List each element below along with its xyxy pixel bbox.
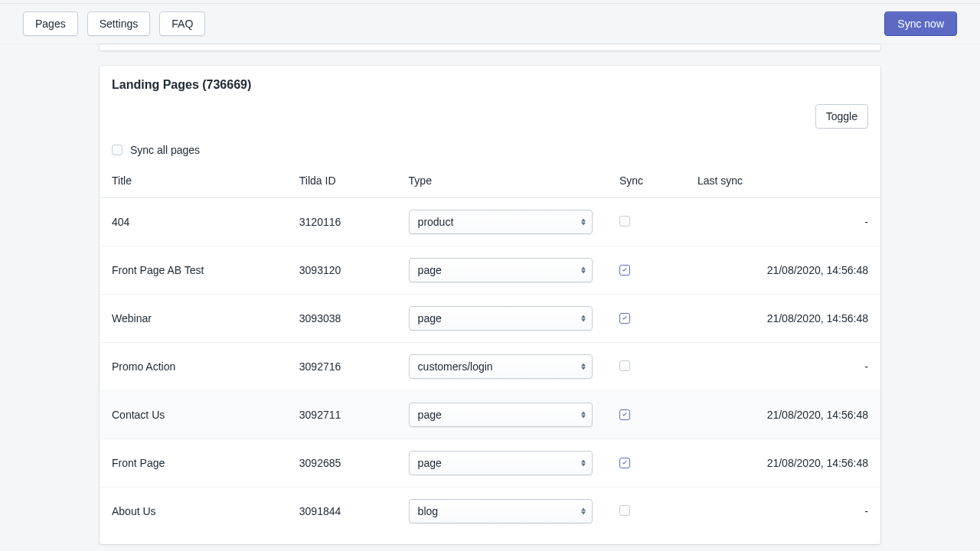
tab-settings[interactable]: Settings [87, 11, 151, 36]
th-type: Type [397, 167, 607, 198]
type-select[interactable]: page [409, 403, 593, 427]
landing-toggle-button[interactable]: Toggle [815, 104, 868, 129]
type-select[interactable]: customers/login [409, 354, 593, 379]
cell-title: Front Page [100, 439, 287, 487]
th-last-sync: Last sync [685, 167, 880, 198]
cell-type: page [397, 295, 607, 343]
previous-card-bottom [100, 44, 880, 51]
nav-tabs: Pages Settings FAQ [23, 11, 205, 36]
content: Landing Pages (736669) Toggle Sync all p… [0, 44, 980, 551]
sync-checkbox[interactable] [619, 313, 630, 324]
sync-now-button[interactable]: Sync now [884, 11, 957, 36]
th-sync: Sync [607, 167, 685, 198]
table-row: Contact Us3092711page21/08/2020, 14:56:4… [100, 391, 880, 439]
cell-sync [607, 246, 685, 295]
landing-pages-table: Title Tilda ID Type Sync Last sync 40431… [100, 167, 880, 535]
cell-last-sync: 21/08/2020, 14:56:48 [685, 439, 880, 487]
cell-sync [607, 343, 685, 391]
table-row: Webinar3093038page21/08/2020, 14:56:48 [100, 295, 880, 343]
type-select[interactable]: blog [409, 499, 593, 523]
cell-type: blog [397, 487, 607, 536]
cell-type: customers/login [397, 343, 607, 391]
topbar: Pages Settings FAQ Sync now [0, 3, 980, 44]
cell-last-sync: - [685, 343, 880, 391]
cell-sync [607, 391, 685, 439]
table-row: Front Page3092685page21/08/2020, 14:56:4… [100, 439, 880, 487]
th-title: Title [100, 167, 287, 198]
sync-all-label: Sync all pages [130, 144, 200, 156]
type-select[interactable]: page [409, 306, 593, 331]
landing-pages-title: Landing Pages (736669) [100, 66, 880, 98]
sync-checkbox[interactable] [619, 458, 630, 468]
cell-title: About Us [100, 487, 287, 536]
cell-last-sync: 21/08/2020, 14:56:48 [685, 391, 880, 439]
cell-sync [607, 198, 685, 246]
sync-checkbox[interactable] [619, 505, 630, 516]
landing-pages-card: Landing Pages (736669) Toggle Sync all p… [100, 66, 880, 544]
type-select[interactable]: product [409, 210, 593, 234]
cell-type: page [397, 391, 607, 439]
cell-sync [607, 487, 685, 536]
table-row: 4043120116product- [100, 198, 880, 246]
cell-last-sync: 21/08/2020, 14:56:48 [685, 295, 880, 343]
cell-sync [607, 439, 685, 487]
tab-faq[interactable]: FAQ [159, 11, 205, 36]
cell-title: Webinar [100, 295, 287, 343]
cell-tilda-id: 3092716 [287, 343, 397, 391]
cell-last-sync: - [685, 198, 880, 246]
th-tilda-id: Tilda ID [287, 167, 397, 198]
table-row: About Us3091844blog- [100, 487, 880, 536]
landing-toggle-row: Toggle [100, 98, 880, 144]
cell-last-sync: - [685, 487, 880, 536]
type-select[interactable]: page [409, 258, 593, 282]
cell-title: 404 [100, 198, 287, 246]
cell-title: Promo Action [100, 343, 287, 391]
cell-sync [607, 295, 685, 343]
cell-title: Front Page AB Test [100, 246, 287, 295]
sync-checkbox[interactable] [619, 409, 630, 420]
cell-type: page [397, 246, 607, 295]
tab-pages[interactable]: Pages [23, 11, 78, 36]
cell-tilda-id: 3120116 [287, 198, 397, 246]
sync-checkbox[interactable] [619, 216, 630, 227]
sync-checkbox[interactable] [619, 265, 630, 276]
sync-all-checkbox[interactable] [112, 145, 122, 155]
sync-checkbox[interactable] [619, 360, 630, 371]
cell-tilda-id: 3092711 [287, 391, 397, 439]
cell-tilda-id: 3093038 [287, 295, 397, 343]
cell-tilda-id: 3092685 [287, 439, 397, 487]
sync-all-row: Sync all pages [100, 144, 880, 167]
cell-type: page [397, 439, 607, 487]
cell-tilda-id: 3091844 [287, 487, 397, 536]
cell-tilda-id: 3093120 [287, 246, 397, 295]
cell-last-sync: 21/08/2020, 14:56:48 [685, 246, 880, 295]
cell-type: product [397, 198, 607, 246]
table-row: Front Page AB Test3093120page21/08/2020,… [100, 246, 880, 295]
table-row: Promo Action3092716customers/login- [100, 343, 880, 391]
type-select[interactable]: page [409, 451, 593, 475]
cell-title: Contact Us [100, 391, 287, 439]
